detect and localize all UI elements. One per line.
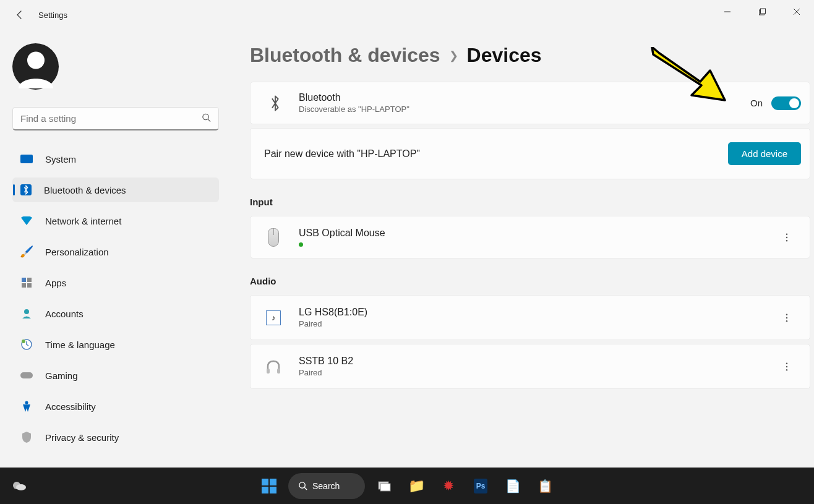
user-avatar[interactable] xyxy=(12,43,59,90)
svg-point-24 xyxy=(786,362,787,364)
svg-point-19 xyxy=(786,314,787,315)
device-row[interactable]: SSTB 10 B2Paired xyxy=(250,344,810,389)
status-dot xyxy=(299,242,303,247)
nav-label: Apps xyxy=(45,278,66,288)
device-more-button[interactable] xyxy=(778,228,796,247)
svg-point-17 xyxy=(786,236,787,237)
avatar-icon xyxy=(14,45,58,88)
device-row[interactable]: USB Optical Mouse xyxy=(250,216,810,258)
sidebar: SystemBluetooth & devicesNetwork & inter… xyxy=(0,30,235,468)
svg-point-13 xyxy=(22,340,25,343)
taskbar-weather[interactable] xyxy=(11,478,27,494)
svg-rect-8 xyxy=(27,278,32,282)
svg-rect-37 xyxy=(270,487,276,493)
taskbar-notepad[interactable]: 📋 xyxy=(532,473,558,499)
pair-device-card: Pair new device with "HP-LAPTOP" Add dev… xyxy=(250,128,810,179)
bluetooth-subtitle: Discoverable as "HP-LAPTOP" xyxy=(299,105,409,114)
pair-device-text: Pair new device with "HP-LAPTOP" xyxy=(264,148,420,160)
device-more-button[interactable] xyxy=(778,357,796,376)
sidebar-item-apps[interactable]: Apps xyxy=(12,270,219,295)
sidebar-item-system[interactable]: System xyxy=(12,147,219,171)
svg-point-15 xyxy=(25,401,28,404)
close-button[interactable] xyxy=(779,0,814,23)
photoshop-icon: Ps xyxy=(474,479,488,493)
device-row[interactable]: ♪LG HS8(B1:0E)Paired xyxy=(250,295,810,340)
svg-point-5 xyxy=(203,114,208,119)
sidebar-item-bluetooth-devices[interactable]: Bluetooth & devices xyxy=(12,177,219,202)
audio-device-icon: ♪ xyxy=(264,310,283,325)
svg-rect-34 xyxy=(262,479,268,485)
taskbar: Search 📁 ✹ Ps 📄 📋 xyxy=(0,468,814,504)
sidebar-item-network-internet[interactable]: Network & internet xyxy=(12,208,219,233)
bluetooth-card: Bluetooth Discoverable as "HP-LAPTOP" On xyxy=(250,82,810,124)
svg-point-38 xyxy=(299,482,305,488)
svg-point-25 xyxy=(786,365,787,367)
taskbar-app-1[interactable]: ✹ xyxy=(435,473,461,499)
device-status: Paired xyxy=(299,319,367,328)
taskview-icon xyxy=(377,479,392,493)
close-icon xyxy=(793,8,800,15)
svg-line-39 xyxy=(304,487,307,490)
svg-rect-36 xyxy=(262,487,268,493)
more-vertical-icon xyxy=(782,314,791,322)
taskbar-search[interactable]: Search xyxy=(288,473,365,499)
bluetooth-icon xyxy=(20,184,32,195)
start-button[interactable] xyxy=(256,473,282,499)
svg-rect-14 xyxy=(20,372,33,378)
accessibility-icon xyxy=(20,400,33,412)
svg-point-33 xyxy=(16,484,26,490)
svg-rect-9 xyxy=(22,283,26,288)
app-icon: ✹ xyxy=(443,478,454,494)
taskbar-app-2[interactable]: 📄 xyxy=(500,473,526,499)
gaming-icon xyxy=(20,369,33,382)
back-button[interactable] xyxy=(11,6,28,23)
svg-line-6 xyxy=(208,119,210,121)
shield-icon xyxy=(20,431,33,443)
weather-icon xyxy=(11,478,27,494)
search-input[interactable] xyxy=(20,113,194,124)
maximize-icon xyxy=(758,8,766,15)
nav-label: Bluetooth & devices xyxy=(44,185,126,195)
nav-label: Accessibility xyxy=(45,401,96,412)
display-icon xyxy=(20,155,33,163)
device-more-button[interactable] xyxy=(778,309,796,327)
svg-point-16 xyxy=(786,233,787,234)
taskbar-explorer[interactable]: 📁 xyxy=(403,473,429,499)
document-icon: 📄 xyxy=(505,479,521,493)
mouse-icon xyxy=(264,228,283,247)
headphone-icon xyxy=(264,359,283,375)
svg-rect-2 xyxy=(761,9,766,14)
more-vertical-icon xyxy=(782,233,791,242)
search-box[interactable] xyxy=(12,107,219,130)
sidebar-item-gaming[interactable]: Gaming xyxy=(12,363,219,388)
svg-point-21 xyxy=(786,320,787,322)
bluetooth-title: Bluetooth xyxy=(299,92,409,103)
sidebar-item-time-language[interactable]: Time & language xyxy=(12,332,219,357)
nav-label: Gaming xyxy=(45,370,78,381)
device-status: Paired xyxy=(299,368,353,377)
nav-label: Privacy & security xyxy=(45,432,119,443)
taskbar-photoshop[interactable]: Ps xyxy=(468,473,494,499)
taskbar-taskview[interactable] xyxy=(371,473,397,499)
section-heading-audio: Audio xyxy=(250,276,814,286)
device-name: SSTB 10 B2 xyxy=(299,356,353,367)
search-icon xyxy=(202,113,211,124)
svg-point-4 xyxy=(27,51,45,69)
breadcrumb-parent[interactable]: Bluetooth & devices xyxy=(250,44,440,67)
svg-point-11 xyxy=(24,309,29,314)
nav-label: Personalization xyxy=(45,247,109,257)
breadcrumb-current: Devices xyxy=(467,44,542,67)
maximize-button[interactable] xyxy=(745,0,779,23)
minimize-button[interactable] xyxy=(710,0,745,23)
svg-rect-23 xyxy=(277,369,280,374)
windows-icon xyxy=(260,477,278,495)
sidebar-item-personalization[interactable]: 🖌️Personalization xyxy=(12,239,219,264)
more-vertical-icon xyxy=(782,362,791,371)
sidebar-item-accounts[interactable]: Accounts xyxy=(12,301,219,326)
add-device-button[interactable]: Add device xyxy=(728,142,801,165)
bluetooth-toggle[interactable] xyxy=(771,96,801,110)
nav-label: Accounts xyxy=(45,309,84,319)
sidebar-item-accessibility[interactable]: Accessibility xyxy=(12,394,219,419)
sidebar-item-privacy-security[interactable]: Privacy & security xyxy=(12,425,219,450)
nav-label: Time & language xyxy=(45,340,115,350)
